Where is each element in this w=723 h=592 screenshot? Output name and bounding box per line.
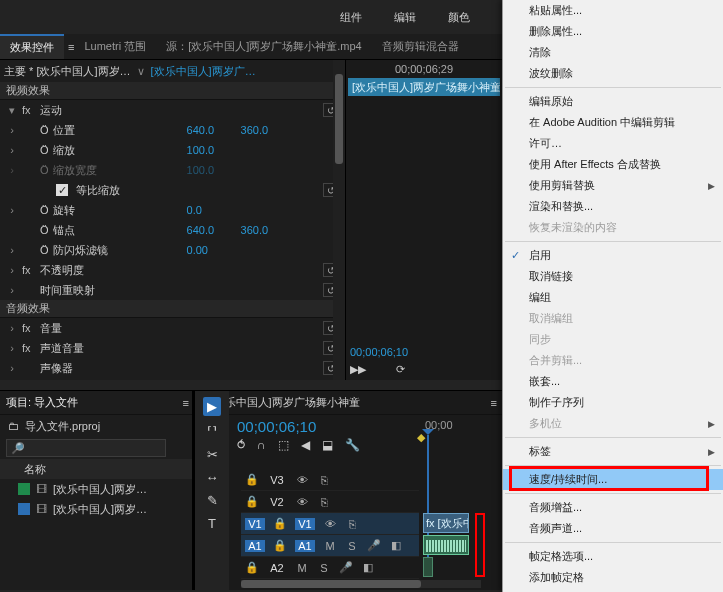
menu-item[interactable]: 粘贴属性... [503, 0, 723, 21]
effect-row[interactable]: ›Ö位置640.0360.0 [0, 120, 345, 140]
lock-icon[interactable]: 🔒 [273, 539, 287, 552]
checkbox-icon[interactable]: ✓ [56, 184, 68, 196]
twirl-icon[interactable]: › [6, 264, 18, 276]
effect-row[interactable]: ›fx音量↺ [0, 318, 345, 338]
loop-icon[interactable]: ⟳ [396, 363, 405, 376]
menu-item[interactable]: 制作子序列 [503, 392, 723, 413]
tab-lumetri[interactable]: Lumetri 范围 [74, 35, 156, 58]
toggle-output-icon[interactable]: 👁 [295, 496, 309, 508]
menu-item[interactable]: 波纹删除 [503, 63, 723, 84]
param-value[interactable]: 640.0 [187, 124, 237, 136]
ec-scrollbar[interactable] [333, 60, 345, 380]
effect-row[interactable]: ›Ö缩放100.0 [0, 140, 345, 160]
timeline-option-icon[interactable]: ⬓ [322, 438, 333, 452]
menu-item[interactable]: 速度/持续时间... [503, 469, 723, 490]
param-value[interactable]: 0.00 [187, 244, 237, 256]
twirl-icon[interactable]: › [6, 322, 18, 334]
label-color-swatch[interactable] [18, 483, 30, 495]
tool-button[interactable]: T [208, 516, 216, 531]
menu-item[interactable]: 清除 [503, 42, 723, 63]
toggle-output-icon[interactable]: M [295, 562, 309, 574]
effect-row[interactable]: ›Ö缩放宽度100.0 [0, 160, 345, 180]
stopwatch-icon[interactable]: Ö [40, 204, 49, 216]
menu-item[interactable]: 音频增益... [503, 497, 723, 518]
stopwatch-icon[interactable]: Ö [40, 244, 49, 256]
stopwatch-icon[interactable]: Ö [40, 164, 49, 176]
track-header[interactable]: A1🔒A1MS🎤◧ [241, 535, 419, 557]
param-value[interactable]: 100.0 [187, 144, 237, 156]
lock-icon[interactable]: 🔒 [273, 517, 287, 530]
menu-item[interactable]: 嵌套... [503, 371, 723, 392]
track-header[interactable]: 🔒V2👁⎘ [241, 491, 419, 513]
track-target[interactable]: V1 [245, 518, 265, 530]
effect-row[interactable]: ›Ö防闪烁滤镜0.00 [0, 240, 345, 260]
stopwatch-icon[interactable]: Ö [40, 144, 49, 156]
tool-button[interactable]: ✂ [207, 447, 218, 462]
bin-icon[interactable]: 🗀 [8, 420, 19, 432]
menu-item[interactable]: 在 Adobe Audition 中编辑剪辑 [503, 112, 723, 133]
tool-button[interactable]: ⸢⸣ [207, 424, 217, 439]
timeline-option-icon[interactable]: ◀ [301, 438, 310, 452]
fx-badge[interactable]: fx [22, 264, 36, 276]
project-menu-icon[interactable]: ≡ [183, 397, 189, 409]
stopwatch-icon[interactable]: Ö [40, 224, 49, 236]
sync-lock-icon[interactable]: ⎘ [317, 496, 331, 508]
toggle-output-icon[interactable]: M [323, 540, 337, 552]
timeline-option-icon[interactable]: ⬚ [278, 438, 289, 452]
video-effects-header[interactable]: 视频效果 [0, 82, 345, 100]
menu-item[interactable]: 标签▶ [503, 441, 723, 462]
menu-item[interactable]: 编辑原始 [503, 91, 723, 112]
audio-clip[interactable] [423, 535, 469, 555]
preview-clip-bar[interactable]: [欢乐中国人]两岁广场舞小神童.mp4 [348, 78, 500, 96]
menu-item[interactable]: 使用 After Effects 合成替换 [503, 154, 723, 175]
param-value[interactable]: 0.0 [187, 204, 237, 216]
toggle-output-icon[interactable]: 👁 [295, 474, 309, 486]
solo-icon[interactable]: S [345, 540, 359, 552]
timeline-option-icon[interactable]: 🔧 [345, 438, 360, 452]
tab-effect-controls[interactable]: 效果控件 [0, 34, 64, 59]
voice-icon[interactable]: 🎤 [339, 561, 353, 574]
menu-item[interactable]: 插入帧定格分段 [503, 588, 723, 592]
audio-effects-header[interactable]: 音频效果 [0, 300, 345, 318]
voice-icon[interactable]: 🎤 [367, 539, 381, 552]
track-header[interactable]: 🔒A2MS🎤◧ [241, 557, 419, 579]
effect-row[interactable]: ›fx声道音量↺ [0, 338, 345, 358]
menu-item[interactable]: 编组 [503, 287, 723, 308]
timeline-option-icon[interactable]: ⥀ [237, 438, 245, 452]
menu-item[interactable]: 帧定格选项... [503, 546, 723, 567]
lock-icon[interactable]: 🔒 [245, 561, 259, 574]
menu-item[interactable]: 取消链接 [503, 266, 723, 287]
tab-color[interactable]: 颜色 [448, 10, 470, 25]
tool-button[interactable]: ▶ [203, 397, 221, 416]
effect-row[interactable]: ›声像器↺ [0, 358, 345, 378]
effect-row[interactable]: ›Ö旋转0.0 [0, 200, 345, 220]
sync-lock-icon[interactable]: ⎘ [345, 518, 359, 530]
tab-edit[interactable]: 编辑 [394, 10, 416, 25]
param-value[interactable]: 360.0 [241, 124, 291, 136]
active-clip-link[interactable]: [欢乐中国人]两岁广… [151, 64, 256, 79]
fx-badge[interactable]: fx [22, 342, 36, 354]
effect-row[interactable]: ✓等比缩放↺ [0, 180, 345, 200]
menu-item[interactable]: 使用剪辑替换▶ [503, 175, 723, 196]
sync-lock-icon[interactable]: ⎘ [317, 474, 331, 486]
twirl-icon[interactable]: › [6, 204, 18, 216]
project-search-input[interactable]: 🔎 [6, 439, 166, 457]
tool-button[interactable]: ✎ [207, 493, 218, 508]
track-label[interactable]: V1 [295, 518, 315, 530]
track-label[interactable]: A1 [295, 540, 315, 552]
audio-clip-2[interactable] [423, 557, 433, 577]
track-opt-icon[interactable]: ◧ [361, 561, 375, 574]
twirl-icon[interactable]: › [6, 362, 18, 374]
label-color-swatch[interactable] [18, 503, 30, 515]
timeline-option-icon[interactable]: ∩ [257, 438, 266, 452]
twirl-icon[interactable]: › [6, 244, 18, 256]
tab-assembly[interactable]: 组件 [340, 10, 362, 25]
menu-item[interactable]: 删除属性... [503, 21, 723, 42]
timeline-h-scrollbar[interactable] [241, 580, 481, 588]
twirl-icon[interactable]: › [6, 124, 18, 136]
fx-badge[interactable]: fx [22, 104, 36, 116]
tool-button[interactable]: ↔ [206, 470, 219, 485]
menu-item[interactable]: 渲染和替换... [503, 196, 723, 217]
stopwatch-icon[interactable]: Ö [40, 124, 49, 136]
param-value[interactable]: 360.0 [241, 224, 291, 236]
